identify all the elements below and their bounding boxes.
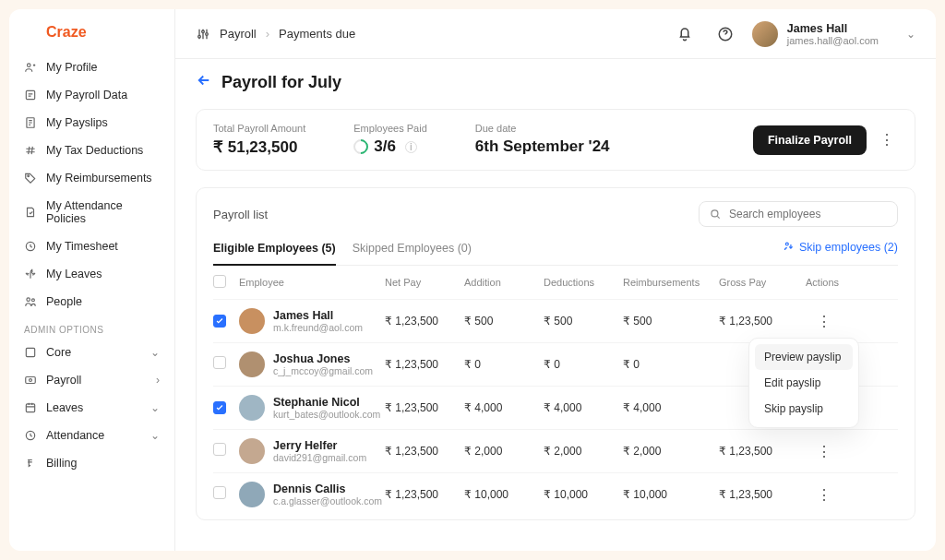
sidebar-item-attendance[interactable]: Attendance ⌄	[15, 422, 169, 449]
tab-eligible[interactable]: Eligible Employees (5)	[213, 234, 336, 266]
svg-point-13	[202, 30, 205, 33]
sidebar-item-people[interactable]: People	[15, 288, 169, 316]
sidebar-item-label: My Tax Deductions	[46, 144, 143, 157]
sidebar-item-leaves-admin[interactable]: Leaves ⌄	[15, 394, 169, 422]
menu-edit-payslip[interactable]: Edit payslip	[755, 370, 853, 396]
help-icon	[717, 26, 734, 42]
metric-value: 3/6	[374, 137, 396, 156]
summary-card: Total Payroll Amount ₹ 51,23,500 Employe…	[196, 109, 915, 171]
sidebar-item-label: Attendance	[46, 429, 104, 442]
sidebar-item-my-reimbursements[interactable]: My Reimbursements	[15, 164, 169, 192]
svg-point-17	[785, 243, 788, 245]
sidebar-item-my-tax-deductions[interactable]: My Tax Deductions	[15, 137, 169, 164]
sidebar-item-my-payroll-data[interactable]: My Payroll Data	[15, 81, 169, 109]
row-actions-button[interactable]: ⋮	[806, 486, 843, 504]
sidebar-item-label: My Profile	[46, 61, 98, 74]
table-header: Employee Net Pay Addition Deductions Rei…	[213, 266, 898, 299]
employee-name: Jerry Helfer	[273, 439, 366, 452]
cell-deductions: ₹ 0	[544, 358, 623, 371]
sidebar-item-my-profile[interactable]: My Profile	[15, 54, 169, 81]
sidebar-item-payroll[interactable]: Payroll ›	[15, 366, 169, 394]
sidebar-item-my-attendance-policies[interactable]: My Attendance Policies	[15, 192, 169, 232]
breadcrumb: Payroll › Payments due	[196, 27, 355, 42]
breadcrumb-b[interactable]: Payments due	[279, 27, 355, 41]
sidebar-item-label: My Payroll Data	[46, 89, 127, 101]
metric-total: Total Payroll Amount ₹ 51,23,500	[213, 123, 305, 157]
menu-skip-payslip[interactable]: Skip payslip	[755, 396, 853, 422]
cell-grosspay: ₹ 1,23,500	[719, 445, 806, 458]
tax-icon	[24, 144, 37, 157]
avatar	[239, 308, 265, 334]
more-menu-button[interactable]: ⋮	[876, 127, 898, 152]
arrow-left-icon	[196, 72, 212, 89]
skip-employees-action[interactable]: Skip employees (2)	[782, 241, 898, 259]
clock-icon	[24, 240, 37, 253]
sidebar-item-label: Core	[46, 346, 71, 359]
row-checkbox[interactable]	[213, 356, 226, 369]
brand-name: Craze	[46, 24, 87, 41]
sidebar-item-label: My Leaves	[46, 268, 102, 280]
sidebar-item-label: People	[46, 295, 82, 308]
row-checkbox[interactable]	[213, 401, 226, 414]
chevron-down-icon: ⌄	[150, 429, 160, 442]
cell-netpay: ₹ 1,23,500	[385, 401, 464, 414]
data-icon	[24, 89, 37, 101]
main: Payroll › Payments due James Hall james.…	[175, 9, 936, 551]
sidebar-item-my-payslips[interactable]: My Payslips	[15, 109, 169, 137]
cell-reimbursements: ₹ 4,000	[623, 401, 719, 414]
cell-deductions: ₹ 2,000	[544, 445, 623, 458]
svg-rect-10	[26, 404, 34, 412]
logo-icon	[24, 24, 41, 41]
sidebar-item-label: My Timesheet	[46, 240, 118, 253]
chevron-down-icon: ⌄	[150, 401, 160, 414]
sidebar-item-my-leaves[interactable]: My Leaves	[15, 260, 169, 288]
user-email: james.hall@aol.com	[787, 35, 879, 46]
row-checkbox[interactable]	[213, 443, 226, 456]
metric-value: ₹ 51,23,500	[213, 137, 305, 157]
chevron-down-icon: ⌄	[150, 346, 160, 359]
row-checkbox[interactable]	[213, 315, 226, 328]
metric-label: Employees Paid	[353, 123, 427, 134]
sidebar-item-core[interactable]: Core ⌄	[15, 339, 169, 366]
chevron-down-icon: ⌄	[906, 28, 915, 41]
info-icon[interactable]: i	[405, 141, 417, 153]
menu-preview-payslip[interactable]: Preview payslip	[755, 344, 853, 370]
brand[interactable]: Craze	[15, 18, 169, 54]
core-icon	[24, 346, 37, 359]
cell-reimbursements: ₹ 2,000	[623, 445, 719, 458]
notifications-button[interactable]	[671, 20, 699, 48]
row-actions-button[interactable]: ⋮	[806, 313, 843, 330]
metric-paid: Employees Paid 3/6 i	[353, 123, 427, 157]
search-input[interactable]	[729, 208, 888, 220]
sidebar-item-billing[interactable]: Billing	[15, 449, 169, 477]
chevron-right-icon: ›	[156, 374, 160, 387]
row-checkbox[interactable]	[213, 486, 226, 499]
help-button[interactable]	[712, 20, 739, 48]
svg-point-6	[31, 299, 34, 302]
finalize-button[interactable]: Finalize Payroll	[753, 125, 867, 155]
employee-search[interactable]	[699, 201, 898, 227]
payroll-icon	[24, 374, 37, 387]
cell-reimbursements: ₹ 500	[623, 315, 719, 328]
cell-deductions: ₹ 10,000	[544, 488, 623, 501]
breadcrumb-a[interactable]: Payroll	[220, 27, 257, 41]
profile-icon	[24, 61, 37, 74]
sidebar: Craze My Profile My Payroll Data My Pays…	[9, 9, 175, 551]
skip-icon	[782, 241, 795, 254]
billing-icon	[24, 457, 37, 470]
tab-skipped[interactable]: Skipped Employees (0)	[353, 234, 472, 265]
cell-netpay: ₹ 1,23,500	[385, 445, 464, 458]
select-all-checkbox[interactable]	[213, 275, 226, 288]
attendance-icon	[24, 429, 37, 442]
payroll-list-card: Payroll list Eligible Employees (5) Skip…	[196, 187, 915, 520]
employee-email: kurt_bates@outlook.com	[273, 409, 380, 420]
back-button[interactable]	[196, 72, 212, 92]
tag-icon	[24, 172, 37, 185]
sidebar-item-my-timesheet[interactable]: My Timesheet	[15, 232, 169, 260]
row-actions-button[interactable]: ⋮	[806, 443, 843, 460]
cell-netpay: ₹ 1,23,500	[385, 315, 464, 328]
search-icon	[709, 208, 722, 220]
leaves-icon	[24, 268, 37, 280]
cell-addition: ₹ 500	[464, 315, 544, 328]
user-menu[interactable]: James Hall james.hall@aol.com ⌄	[752, 21, 915, 47]
